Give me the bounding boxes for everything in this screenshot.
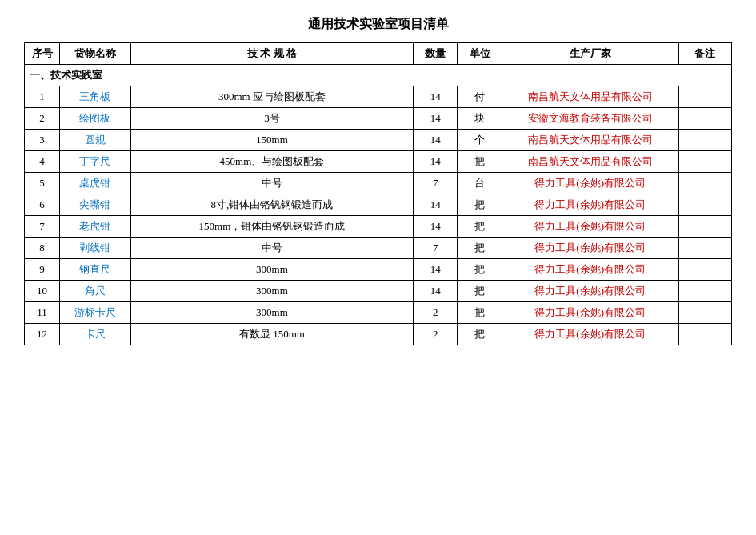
- cell-qty: 14: [414, 130, 458, 151]
- cell-seq: 8: [25, 238, 60, 259]
- cell-name: 角尺: [60, 281, 130, 302]
- cell-seq: 5: [25, 173, 60, 194]
- cell-note: [678, 194, 731, 216]
- cell-note: [678, 302, 731, 324]
- cell-unit: 把: [458, 259, 502, 281]
- section-header-1: 一、技术实践室: [25, 65, 732, 86]
- cell-note: [678, 108, 731, 130]
- table-row: 7老虎钳150mm，钳体由铬钒钢锻造而成14把得力工具(余姚)有限公司: [25, 216, 732, 238]
- cell-qty: 14: [414, 259, 458, 281]
- table-row: 4丁字尺450mm、与绘图板配套14把南昌航天文体用品有限公司: [25, 151, 732, 173]
- table-header-row: 序号 货物名称 技 术 规 格 数量 单位 生产厂家 备注: [25, 43, 732, 65]
- table-row: 11游标卡尺300mm2把得力工具(余姚)有限公司: [25, 302, 732, 324]
- header-seq: 序号: [25, 43, 60, 65]
- cell-spec: 300mm: [130, 302, 414, 324]
- cell-mfr: 得力工具(余姚)有限公司: [502, 216, 678, 238]
- cell-name: 三角板: [60, 86, 130, 108]
- cell-name: 卡尺: [60, 324, 130, 345]
- section-title-1: 一、技术实践室: [25, 65, 732, 86]
- cell-mfr: 安徽文海教育装备有限公司: [502, 108, 678, 130]
- cell-mfr: 得力工具(余姚)有限公司: [502, 259, 678, 281]
- cell-unit: 把: [458, 281, 502, 302]
- cell-note: [678, 86, 731, 108]
- main-table: 序号 货物名称 技 术 规 格 数量 单位 生产厂家 备注 一、技术实践室 1三…: [24, 42, 732, 345]
- header-name: 货物名称: [60, 43, 130, 65]
- cell-spec: 150mm，钳体由铬钒钢锻造而成: [130, 216, 414, 238]
- cell-name: 剥线钳: [60, 238, 130, 259]
- table-row: 12卡尺有数显 150mm2把得力工具(余姚)有限公司: [25, 324, 732, 345]
- cell-mfr: 得力工具(余姚)有限公司: [502, 281, 678, 302]
- cell-seq: 1: [25, 86, 60, 108]
- table-row: 10角尺300mm14把得力工具(余姚)有限公司: [25, 281, 732, 302]
- cell-spec: 300mm 应与绘图板配套: [130, 86, 414, 108]
- cell-mfr: 得力工具(余姚)有限公司: [502, 238, 678, 259]
- cell-seq: 11: [25, 302, 60, 324]
- cell-qty: 7: [414, 238, 458, 259]
- cell-note: [678, 151, 731, 173]
- header-qty: 数量: [414, 43, 458, 65]
- cell-spec: 300mm: [130, 259, 414, 281]
- cell-unit: 把: [458, 194, 502, 216]
- cell-mfr: 得力工具(余姚)有限公司: [502, 173, 678, 194]
- cell-name: 丁字尺: [60, 151, 130, 173]
- header-mfr: 生产厂家: [502, 43, 678, 65]
- cell-note: [678, 259, 731, 281]
- cell-seq: 9: [25, 259, 60, 281]
- cell-name: 绘图板: [60, 108, 130, 130]
- cell-spec: 300mm: [130, 281, 414, 302]
- cell-name: 桌虎钳: [60, 173, 130, 194]
- cell-unit: 把: [458, 324, 502, 345]
- cell-seq: 7: [25, 216, 60, 238]
- cell-qty: 2: [414, 302, 458, 324]
- cell-seq: 6: [25, 194, 60, 216]
- cell-note: [678, 281, 731, 302]
- cell-seq: 12: [25, 324, 60, 345]
- cell-note: [678, 173, 731, 194]
- cell-mfr: 南昌航天文体用品有限公司: [502, 151, 678, 173]
- cell-spec: 有数显 150mm: [130, 324, 414, 345]
- table-row: 2绘图板3号14块安徽文海教育装备有限公司: [25, 108, 732, 130]
- cell-name: 圆规: [60, 130, 130, 151]
- cell-mfr: 得力工具(余姚)有限公司: [502, 324, 678, 345]
- header-unit: 单位: [458, 43, 502, 65]
- cell-qty: 2: [414, 324, 458, 345]
- table-row: 3圆规150mm14个南昌航天文体用品有限公司: [25, 130, 732, 151]
- cell-seq: 4: [25, 151, 60, 173]
- header-note: 备注: [678, 43, 731, 65]
- cell-mfr: 南昌航天文体用品有限公司: [502, 130, 678, 151]
- header-spec: 技 术 规 格: [130, 43, 414, 65]
- cell-qty: 14: [414, 194, 458, 216]
- cell-qty: 14: [414, 86, 458, 108]
- cell-unit: 块: [458, 108, 502, 130]
- cell-unit: 把: [458, 238, 502, 259]
- cell-name: 老虎钳: [60, 216, 130, 238]
- cell-seq: 3: [25, 130, 60, 151]
- table-row: 6尖嘴钳8寸,钳体由铬钒钢锻造而成14把得力工具(余姚)有限公司: [25, 194, 732, 216]
- cell-spec: 3号: [130, 108, 414, 130]
- cell-qty: 7: [414, 173, 458, 194]
- cell-name: 钢直尺: [60, 259, 130, 281]
- table-row: 8剥线钳中号7把得力工具(余姚)有限公司: [25, 238, 732, 259]
- cell-spec: 450mm、与绘图板配套: [130, 151, 414, 173]
- cell-spec: 中号: [130, 238, 414, 259]
- cell-qty: 14: [414, 151, 458, 173]
- cell-name: 尖嘴钳: [60, 194, 130, 216]
- table-row: 5桌虎钳中号7台得力工具(余姚)有限公司: [25, 173, 732, 194]
- cell-unit: 台: [458, 173, 502, 194]
- cell-spec: 150mm: [130, 130, 414, 151]
- cell-name: 游标卡尺: [60, 302, 130, 324]
- cell-unit: 把: [458, 302, 502, 324]
- cell-mfr: 南昌航天文体用品有限公司: [502, 86, 678, 108]
- cell-spec: 中号: [130, 173, 414, 194]
- cell-qty: 14: [414, 216, 458, 238]
- cell-unit: 付: [458, 86, 502, 108]
- cell-seq: 10: [25, 281, 60, 302]
- cell-qty: 14: [414, 281, 458, 302]
- cell-qty: 14: [414, 108, 458, 130]
- cell-unit: 把: [458, 151, 502, 173]
- cell-unit: 把: [458, 216, 502, 238]
- cell-mfr: 得力工具(余姚)有限公司: [502, 194, 678, 216]
- table-row: 9钢直尺300mm14把得力工具(余姚)有限公司: [25, 259, 732, 281]
- cell-spec: 8寸,钳体由铬钒钢锻造而成: [130, 194, 414, 216]
- table-row: 1三角板300mm 应与绘图板配套14付南昌航天文体用品有限公司: [25, 86, 732, 108]
